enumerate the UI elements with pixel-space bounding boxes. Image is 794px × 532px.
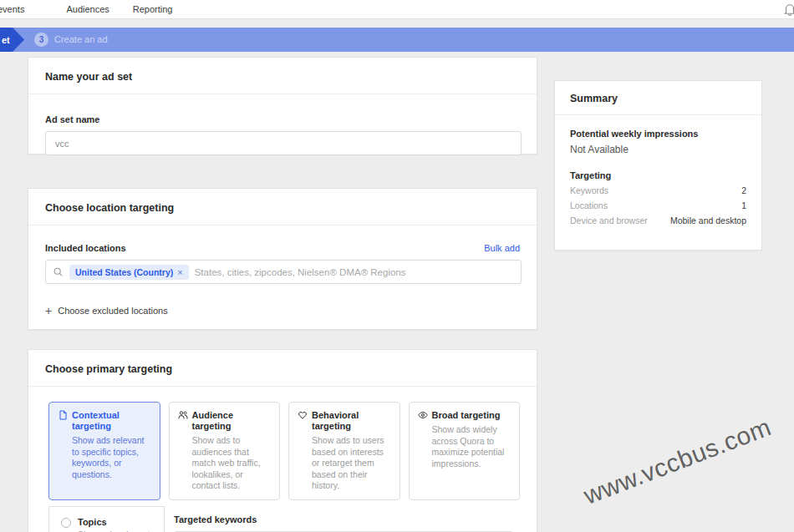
summary-row-label: Device and browser <box>570 215 648 225</box>
choose-excluded-locations-label: Choose excluded locations <box>58 306 167 316</box>
option-description: Show ads to audiences that match web tra… <box>192 435 272 492</box>
targeting-summary-label: Targeting <box>570 170 746 180</box>
summary-row-label: Keywords <box>570 185 608 195</box>
remove-location-icon[interactable]: × <box>177 267 182 277</box>
primary-targeting-card: Choose primary targeting Contextual targ… <box>28 349 537 532</box>
bulk-add-link[interactable]: Bulk add <box>484 243 520 253</box>
search-icon <box>53 266 64 277</box>
option-label: Broad targeting <box>432 410 501 421</box>
name-ad-set-card: Name your ad set Ad set name <box>28 57 537 155</box>
included-locations-label: Included locations <box>45 243 126 253</box>
option-description: Show ads to users based on interests or … <box>312 435 391 492</box>
option-contextual-targeting[interactable]: Contextual targeting Show ads relevant t… <box>48 402 160 500</box>
document-icon <box>58 410 68 420</box>
location-targeting-card: Choose location targeting Included locat… <box>28 188 537 330</box>
page: events Audiences Reporting et 3 Create a… <box>0 0 794 532</box>
primary-targeting-title: Choose primary targeting <box>28 350 537 386</box>
summary-row-value: 1 <box>741 200 746 210</box>
radio-topics-icon[interactable] <box>61 518 71 528</box>
option-behavioral-targeting[interactable]: Behavioral targeting Show ads to users b… <box>288 402 400 500</box>
step-create-an-ad-label[interactable]: Create an ad <box>54 34 108 44</box>
step-number-badge: 3 <box>34 33 48 47</box>
location-targeting-title: Choose location targeting <box>28 189 537 225</box>
summary-row-device: Device and browser Mobile and desktop <box>570 215 746 225</box>
nav-item-reporting[interactable]: Reporting <box>133 4 173 14</box>
step-create-ad-set-label: et <box>0 35 10 45</box>
option-description: Show ads widely across Quora to maximize… <box>432 424 512 469</box>
name-ad-set-title: Name your ad set <box>28 58 537 94</box>
ad-set-name-input[interactable] <box>45 131 522 155</box>
location-search-placeholder: States, cities, zipcodes, Nielsen® DMA® … <box>195 267 406 277</box>
contextual-type-selector: Topics Show ads relevant to specific Quo… <box>48 506 165 532</box>
nav-item-events[interactable]: events <box>0 4 24 14</box>
choose-excluded-locations-button[interactable]: + Choose excluded locations <box>45 305 168 317</box>
plus-icon: + <box>45 305 52 317</box>
heart-icon <box>298 410 308 420</box>
option-label: Behavioral targeting <box>312 410 391 432</box>
targeted-keywords-area: Targeted keywords virtual credit card × … <box>174 506 520 532</box>
option-description: Show ads relevant to specific topics, ke… <box>72 435 151 480</box>
impressions-label: Potential weekly impressions <box>570 129 746 139</box>
contextual-subtargeting-panel: Topics Show ads relevant to specific Quo… <box>48 506 520 532</box>
ad-set-name-label: Ad set name <box>45 114 520 124</box>
watermark-text: www.vccbus.com <box>580 413 776 510</box>
people-icon <box>178 410 188 420</box>
option-audience-targeting[interactable]: Audience targeting Show ads to audiences… <box>169 402 281 500</box>
summary-row-locations: Locations 1 <box>570 200 746 210</box>
summary-row-value: 2 <box>741 185 746 195</box>
radio-topics-description: Show ads relevant to specific Quora topi… <box>78 529 154 532</box>
summary-row-label: Locations <box>570 200 608 210</box>
radio-topics[interactable]: Topics <box>61 517 154 528</box>
step-banner: et 3 Create an ad <box>0 28 794 52</box>
top-nav: events Audiences Reporting <box>0 0 794 19</box>
radio-topics-label: Topics <box>78 517 107 528</box>
impressions-value: Not Available <box>570 144 746 155</box>
location-chip-label: United States (Country) <box>75 267 173 277</box>
targeting-options: Contextual targeting Show ads relevant t… <box>48 402 520 500</box>
option-label: Contextual targeting <box>72 410 151 432</box>
summary-row-keywords: Keywords 2 <box>570 185 746 195</box>
bell-icon[interactable] <box>781 2 794 17</box>
location-chip: United States (Country) × <box>69 265 189 280</box>
option-label: Audience targeting <box>192 410 272 432</box>
eye-icon <box>418 410 428 420</box>
summary-title: Summary <box>555 81 761 114</box>
option-broad-targeting[interactable]: Broad targeting Show ads widely across Q… <box>409 402 521 500</box>
location-search-input[interactable]: United States (Country) × States, cities… <box>45 260 522 284</box>
targeted-keywords-label: Targeted keywords <box>174 514 520 524</box>
nav-item-audiences[interactable]: Audiences <box>66 4 109 14</box>
summary-row-value: Mobile and desktop <box>670 215 746 225</box>
step-create-ad-set[interactable]: et <box>0 28 24 52</box>
summary-panel: Summary Potential weekly impressions Not… <box>554 80 762 251</box>
